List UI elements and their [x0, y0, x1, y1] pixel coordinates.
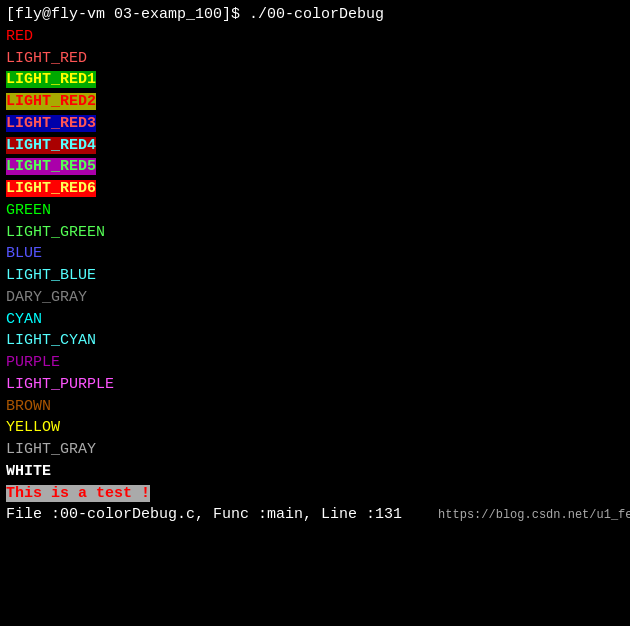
command-prompt: [fly@fly-vm 03-examp_100]$ ./00-colorDeb… — [6, 4, 624, 26]
terminal-window: [fly@fly-vm 03-examp_100]$ ./00-colorDeb… — [0, 0, 630, 626]
color-line-light-red1: LIGHT_RED1 — [6, 69, 624, 91]
color-line-brown: BROWN — [6, 396, 624, 418]
color-line-light-cyan: LIGHT_CYAN — [6, 330, 624, 352]
color-line-red: RED — [6, 26, 624, 48]
file-info-line: File :00-colorDebug.c, Func :main, Line … — [6, 504, 624, 526]
color-line-light-gray: LIGHT_GRAY — [6, 439, 624, 461]
color-line-light-purple: LIGHT_PURPLE — [6, 374, 624, 396]
color-line-light-red5: LIGHT_RED5 — [6, 156, 624, 178]
color-line-blue: BLUE — [6, 243, 624, 265]
color-line-green: GREEN — [6, 200, 624, 222]
color-line-white: WHITE — [6, 461, 624, 483]
test-line: This is a test ! — [6, 483, 624, 505]
color-line-light-red4: LIGHT_RED4 — [6, 135, 624, 157]
color-line-light-green: LIGHT_GREEN — [6, 222, 624, 244]
color-line-light-blue: LIGHT_BLUE — [6, 265, 624, 287]
color-line-light-red: LIGHT_RED — [6, 48, 624, 70]
color-line-light-red3: LIGHT_RED3 — [6, 113, 624, 135]
color-line-yellow: YELLOW — [6, 417, 624, 439]
color-line-purple: PURPLE — [6, 352, 624, 374]
color-line-cyan: CYAN — [6, 309, 624, 331]
color-line-dark-gray: DARY_GRAY — [6, 287, 624, 309]
color-line-light-red2: LIGHT_RED2 — [6, 91, 624, 113]
color-line-light-red6: LIGHT_RED6 — [6, 178, 624, 200]
